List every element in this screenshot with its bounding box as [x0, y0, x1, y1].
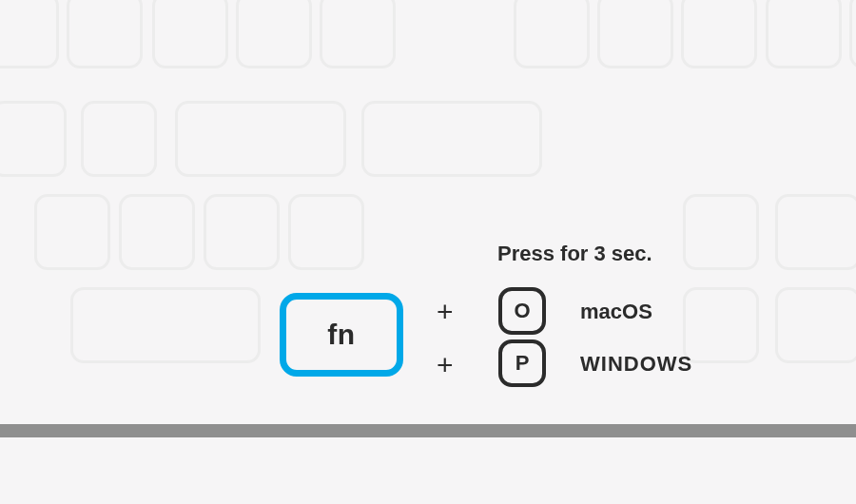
bg-key	[775, 194, 856, 270]
bg-key	[236, 0, 312, 68]
plus-icon: +	[437, 298, 454, 326]
bg-key	[204, 194, 280, 270]
bg-key	[597, 0, 673, 68]
bg-key	[320, 0, 396, 68]
os-label-windows: WINDOWS	[580, 352, 692, 377]
bg-key	[67, 0, 143, 68]
o-key-label: O	[514, 299, 530, 323]
divider-bar	[0, 424, 856, 437]
bg-key-wide	[175, 101, 346, 177]
bg-key	[288, 194, 364, 270]
bg-key	[681, 0, 757, 68]
bottom-fill	[0, 437, 856, 504]
p-key-label: P	[516, 351, 530, 376]
bg-key	[0, 101, 67, 177]
fn-key-label: fn	[327, 319, 355, 351]
bg-key-wide	[70, 287, 261, 363]
bg-key	[119, 194, 195, 270]
fn-key: fn	[280, 293, 403, 377]
bg-key	[0, 0, 59, 68]
instruction-text: Press for 3 sec.	[497, 242, 652, 266]
plus-icon: +	[437, 351, 454, 379]
o-key: O	[498, 287, 546, 335]
bg-key	[775, 287, 856, 363]
p-key: P	[498, 339, 546, 387]
os-label-macos: macOS	[580, 300, 652, 324]
bg-key	[152, 0, 228, 68]
bg-key	[34, 194, 110, 270]
bg-key	[683, 287, 759, 363]
bg-key	[849, 0, 856, 68]
bg-key	[81, 101, 157, 177]
bg-key-wide	[361, 101, 542, 177]
bg-key	[683, 194, 759, 270]
bg-key	[766, 0, 842, 68]
bg-key	[514, 0, 590, 68]
